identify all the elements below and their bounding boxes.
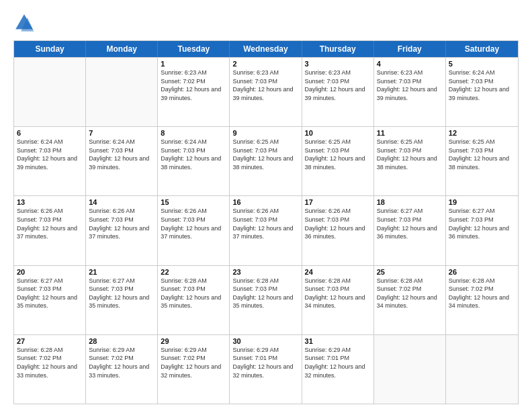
cell-info: Sunrise: 6:23 AM Sunset: 7:03 PM Dayligh…: [305, 68, 371, 102]
calendar-cell: [14, 58, 86, 126]
cell-info: Sunrise: 6:24 AM Sunset: 7:03 PM Dayligh…: [161, 138, 226, 171]
cell-info: Sunrise: 6:28 AM Sunset: 7:03 PM Dayligh…: [305, 277, 371, 310]
calendar-cell: 7Sunrise: 6:24 AM Sunset: 7:03 PM Daylig…: [86, 127, 158, 195]
cell-day-number: 7: [89, 129, 154, 137]
calendar-cell: 15Sunrise: 6:26 AM Sunset: 7:03 PM Dayli…: [158, 196, 230, 265]
cell-day-number: 3: [305, 60, 371, 68]
calendar-cell: [374, 335, 446, 404]
cell-info: Sunrise: 6:25 AM Sunset: 7:03 PM Dayligh…: [232, 138, 298, 171]
cell-day-number: 27: [17, 337, 83, 345]
calendar-cell: 18Sunrise: 6:27 AM Sunset: 7:03 PM Dayli…: [374, 196, 446, 265]
calendar-cell: 3Sunrise: 6:23 AM Sunset: 7:03 PM Daylig…: [302, 58, 374, 126]
calendar-cell: 20Sunrise: 6:27 AM Sunset: 7:03 PM Dayli…: [14, 266, 86, 334]
cell-day-number: 24: [305, 268, 371, 276]
calendar-cell: 13Sunrise: 6:26 AM Sunset: 7:03 PM Dayli…: [14, 196, 86, 265]
calendar-cell: 26Sunrise: 6:28 AM Sunset: 7:02 PM Dayli…: [446, 266, 518, 334]
header-day-monday: Monday: [86, 41, 158, 57]
cell-day-number: 25: [377, 268, 443, 276]
cell-day-number: 20: [17, 268, 83, 276]
cell-info: Sunrise: 6:28 AM Sunset: 7:02 PM Dayligh…: [17, 346, 83, 379]
calendar-cell: 11Sunrise: 6:25 AM Sunset: 7:03 PM Dayli…: [374, 127, 446, 195]
calendar-cell: 22Sunrise: 6:28 AM Sunset: 7:03 PM Dayli…: [158, 266, 230, 334]
cell-day-number: 31: [305, 337, 371, 345]
cell-info: Sunrise: 6:23 AM Sunset: 7:03 PM Dayligh…: [232, 68, 298, 102]
cell-info: Sunrise: 6:27 AM Sunset: 7:03 PM Dayligh…: [449, 207, 515, 240]
cell-day-number: 17: [305, 198, 371, 206]
cell-day-number: 11: [377, 129, 443, 137]
cell-info: Sunrise: 6:25 AM Sunset: 7:03 PM Dayligh…: [377, 138, 443, 171]
cell-info: Sunrise: 6:29 AM Sunset: 7:02 PM Dayligh…: [161, 346, 226, 379]
cell-day-number: 4: [377, 60, 443, 68]
calendar-cell: 31Sunrise: 6:29 AM Sunset: 7:01 PM Dayli…: [302, 335, 374, 404]
header: [13, 12, 519, 34]
cell-info: Sunrise: 6:26 AM Sunset: 7:03 PM Dayligh…: [232, 207, 298, 240]
calendar-cell: 19Sunrise: 6:27 AM Sunset: 7:03 PM Dayli…: [446, 196, 518, 265]
calendar-cell: 5Sunrise: 6:24 AM Sunset: 7:03 PM Daylig…: [446, 58, 518, 126]
cell-info: Sunrise: 6:26 AM Sunset: 7:03 PM Dayligh…: [89, 207, 154, 240]
cell-info: Sunrise: 6:29 AM Sunset: 7:01 PM Dayligh…: [305, 346, 371, 379]
calendar-cell: 16Sunrise: 6:26 AM Sunset: 7:03 PM Dayli…: [230, 196, 302, 265]
header-day-saturday: Saturday: [446, 41, 518, 57]
calendar-cell: 6Sunrise: 6:24 AM Sunset: 7:03 PM Daylig…: [14, 127, 86, 195]
cell-day-number: 21: [89, 268, 154, 276]
cell-day-number: 13: [17, 198, 83, 206]
cell-info: Sunrise: 6:28 AM Sunset: 7:03 PM Dayligh…: [161, 277, 226, 310]
page: SundayMondayTuesdayWednesdayThursdayFrid…: [0, 0, 532, 411]
cell-day-number: 5: [449, 60, 515, 68]
calendar-body: 1Sunrise: 6:23 AM Sunset: 7:02 PM Daylig…: [14, 57, 518, 404]
calendar-cell: 24Sunrise: 6:28 AM Sunset: 7:03 PM Dayli…: [302, 266, 374, 334]
calendar-row-1: 6Sunrise: 6:24 AM Sunset: 7:03 PM Daylig…: [14, 126, 518, 195]
calendar-cell: 9Sunrise: 6:25 AM Sunset: 7:03 PM Daylig…: [230, 127, 302, 195]
cell-info: Sunrise: 6:27 AM Sunset: 7:03 PM Dayligh…: [17, 277, 83, 310]
cell-day-number: 1: [161, 60, 226, 68]
calendar-cell: 21Sunrise: 6:27 AM Sunset: 7:03 PM Dayli…: [86, 266, 158, 334]
calendar-cell: 2Sunrise: 6:23 AM Sunset: 7:03 PM Daylig…: [230, 58, 302, 126]
cell-day-number: 8: [161, 129, 226, 137]
cell-info: Sunrise: 6:23 AM Sunset: 7:02 PM Dayligh…: [161, 68, 226, 102]
header-day-friday: Friday: [374, 41, 446, 57]
cell-day-number: 22: [161, 268, 226, 276]
calendar-cell: 29Sunrise: 6:29 AM Sunset: 7:02 PM Dayli…: [158, 335, 230, 404]
cell-day-number: 23: [232, 268, 298, 276]
cell-day-number: 14: [89, 198, 154, 206]
calendar-cell: 4Sunrise: 6:23 AM Sunset: 7:03 PM Daylig…: [374, 58, 446, 126]
cell-info: Sunrise: 6:28 AM Sunset: 7:03 PM Dayligh…: [232, 277, 298, 310]
cell-day-number: 2: [232, 60, 298, 68]
calendar-cell: 14Sunrise: 6:26 AM Sunset: 7:03 PM Dayli…: [86, 196, 158, 265]
calendar-cell: 23Sunrise: 6:28 AM Sunset: 7:03 PM Dayli…: [230, 266, 302, 334]
cell-day-number: 15: [161, 198, 226, 206]
cell-day-number: 12: [449, 129, 515, 137]
calendar-cell: 28Sunrise: 6:29 AM Sunset: 7:02 PM Dayli…: [86, 335, 158, 404]
cell-day-number: 26: [449, 268, 515, 276]
cell-day-number: 6: [17, 129, 83, 137]
cell-info: Sunrise: 6:24 AM Sunset: 7:03 PM Dayligh…: [449, 68, 515, 102]
cell-info: Sunrise: 6:25 AM Sunset: 7:03 PM Dayligh…: [305, 138, 371, 171]
cell-info: Sunrise: 6:29 AM Sunset: 7:02 PM Dayligh…: [89, 346, 154, 379]
cell-day-number: 16: [232, 198, 298, 206]
calendar-cell: 1Sunrise: 6:23 AM Sunset: 7:02 PM Daylig…: [158, 58, 230, 126]
calendar-cell: 12Sunrise: 6:25 AM Sunset: 7:03 PM Dayli…: [446, 127, 518, 195]
cell-info: Sunrise: 6:24 AM Sunset: 7:03 PM Dayligh…: [89, 138, 154, 171]
header-day-tuesday: Tuesday: [158, 41, 230, 57]
cell-info: Sunrise: 6:26 AM Sunset: 7:03 PM Dayligh…: [161, 207, 226, 240]
cell-info: Sunrise: 6:28 AM Sunset: 7:02 PM Dayligh…: [449, 277, 515, 310]
calendar-cell: 10Sunrise: 6:25 AM Sunset: 7:03 PM Dayli…: [302, 127, 374, 195]
cell-day-number: 30: [232, 337, 298, 345]
cell-info: Sunrise: 6:28 AM Sunset: 7:02 PM Dayligh…: [377, 277, 443, 310]
calendar-cell: 8Sunrise: 6:24 AM Sunset: 7:03 PM Daylig…: [158, 127, 230, 195]
calendar-row-2: 13Sunrise: 6:26 AM Sunset: 7:03 PM Dayli…: [14, 195, 518, 265]
calendar: SundayMondayTuesdayWednesdayThursdayFrid…: [13, 40, 519, 404]
calendar-row-3: 20Sunrise: 6:27 AM Sunset: 7:03 PM Dayli…: [14, 265, 518, 334]
logo-icon: [13, 12, 35, 34]
calendar-header: SundayMondayTuesdayWednesdayThursdayFrid…: [14, 41, 518, 57]
cell-info: Sunrise: 6:25 AM Sunset: 7:03 PM Dayligh…: [449, 138, 515, 171]
calendar-cell: [86, 58, 158, 126]
cell-day-number: 10: [305, 129, 371, 137]
calendar-cell: [446, 335, 518, 404]
cell-day-number: 28: [89, 337, 154, 345]
calendar-row-4: 27Sunrise: 6:28 AM Sunset: 7:02 PM Dayli…: [14, 334, 518, 404]
cell-info: Sunrise: 6:27 AM Sunset: 7:03 PM Dayligh…: [377, 207, 443, 240]
calendar-cell: 30Sunrise: 6:29 AM Sunset: 7:01 PM Dayli…: [230, 335, 302, 404]
cell-info: Sunrise: 6:27 AM Sunset: 7:03 PM Dayligh…: [89, 277, 154, 310]
cell-info: Sunrise: 6:26 AM Sunset: 7:03 PM Dayligh…: [305, 207, 371, 240]
